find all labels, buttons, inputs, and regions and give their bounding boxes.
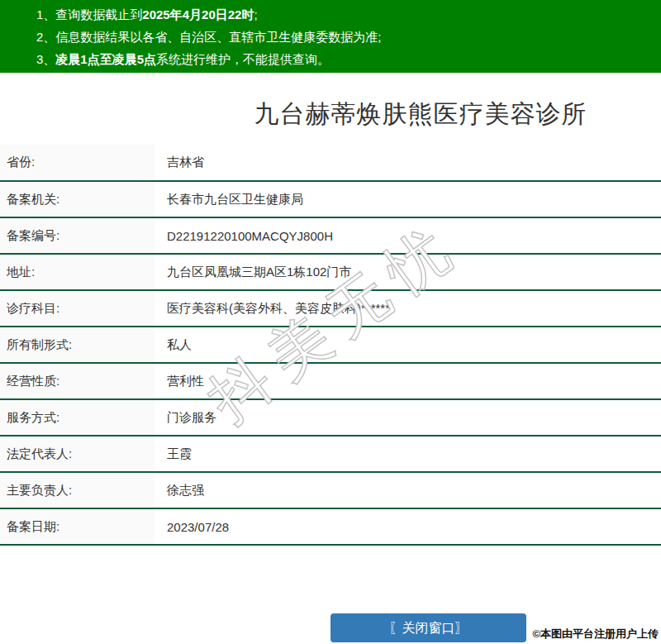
notice-line-1-suffix: ; (254, 7, 257, 21)
row-label: 法定代表人: (0, 436, 155, 472)
table-row: 主要负责人: 徐志强 (0, 472, 661, 508)
notice-line-3-suffix: 系统进行维护，不能提供查询。 (156, 52, 330, 66)
row-value: 王霞 (155, 436, 661, 472)
notice-banner: 1、查询数据截止到2025年4月20日22时; 2、信息数据结果以各省、自治区、… (0, 0, 661, 73)
table-row: 诊疗科目: 医疗美容科(美容外科、美容皮肤科)****** (0, 290, 661, 327)
notice-line-3: 3、凌晨1点至凌晨5点系统进行维护，不能提供查询。 (36, 48, 661, 70)
notice-line-3-bold: 凌晨1点至凌晨5点 (55, 52, 156, 66)
row-value: D22191220100MACQYJ800H (155, 217, 661, 254)
row-value: 私人 (155, 327, 661, 363)
table-row: 地址: 九台区凤凰城三期A区1栋102门市 (0, 254, 661, 290)
title-area: 九台赫蒂焕肤熊医疗美容诊所 (0, 98, 661, 131)
table-row: 法定代表人: 王霞 (0, 436, 661, 472)
notice-line-3-text: 3、 (36, 52, 55, 66)
notice-line-1-text: 1、查询数据截止到 (36, 7, 142, 21)
row-value: 医疗美容科(美容外科、美容皮肤科)****** (155, 290, 661, 327)
row-label: 主要负责人: (0, 472, 155, 508)
row-value: 2023/07/28 (155, 508, 661, 545)
row-label: 省份: (0, 145, 155, 181)
button-row: 〖关闭窗口〗 (330, 613, 526, 642)
row-value: 长春市九台区卫生健康局 (155, 181, 661, 217)
table-row: 省份: 吉林省 (0, 145, 661, 181)
row-label: 经营性质: (0, 363, 155, 399)
notice-line-1-bold: 2025年4月20日22时 (142, 7, 254, 21)
row-label: 备案机关: (0, 181, 155, 217)
row-label: 服务方式: (0, 399, 155, 436)
notice-line-2: 2、信息数据结果以各省、自治区、直辖市卫生健康委数据为准; (36, 26, 661, 48)
row-label: 所有制形式: (0, 327, 155, 363)
upload-attribution-note: ©本图由平台注册用户上传 (532, 627, 659, 642)
row-value: 门诊服务 (155, 399, 661, 436)
table-row: 备案机关: 长春市九台区卫生健康局 (0, 181, 661, 217)
table-row: 备案日期: 2023/07/28 (0, 508, 661, 545)
notice-line-2-text: 2、信息数据结果以各省、自治区、直辖市卫生健康委数据为准; (36, 30, 382, 44)
row-label: 诊疗科目: (0, 290, 155, 327)
row-value: 徐志强 (155, 472, 661, 508)
row-value: 营利性 (155, 363, 661, 399)
row-value: 九台区凤凰城三期A区1栋102门市 (155, 254, 661, 290)
row-value: 吉林省 (155, 145, 661, 181)
record-table: 省份: 吉林省 备案机关: 长春市九台区卫生健康局 备案编号: D2219122… (0, 145, 661, 546)
table-row: 服务方式: 门诊服务 (0, 399, 661, 436)
row-label: 地址: (0, 254, 155, 290)
table-row: 经营性质: 营利性 (0, 363, 661, 399)
table-row: 所有制形式: 私人 (0, 327, 661, 363)
row-label: 备案日期: (0, 508, 155, 545)
row-label: 备案编号: (0, 217, 155, 254)
close-window-button[interactable]: 〖关闭窗口〗 (330, 613, 526, 642)
page-title: 九台赫蒂焕肤熊医疗美容诊所 (254, 100, 587, 127)
table-row: 备案编号: D22191220100MACQYJ800H (0, 217, 661, 254)
notice-line-1: 1、查询数据截止到2025年4月20日22时; (36, 3, 661, 26)
